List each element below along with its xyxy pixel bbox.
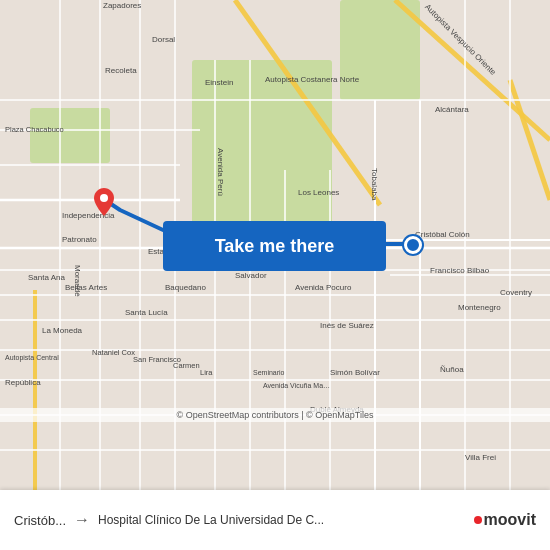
map-attribution: © OpenStreetMap contributors | © OpenMap… [0, 408, 550, 422]
svg-text:Avenida Pocuro: Avenida Pocuro [295, 283, 352, 292]
svg-text:Seminario: Seminario [253, 369, 285, 376]
svg-text:Salvador: Salvador [235, 271, 267, 280]
route-to: Hospital Clínico De La Universidad De C.… [98, 513, 466, 527]
svg-rect-1 [30, 108, 110, 163]
svg-text:Lira: Lira [200, 368, 213, 377]
map-container: Zapadores Dorsal Recoleta Einstein Aveni… [0, 0, 550, 490]
bottom-bar: Cristób... → Hospital Clínico De La Univ… [0, 490, 550, 550]
svg-text:Autopista Costanera Norte: Autopista Costanera Norte [265, 75, 360, 84]
svg-point-74 [100, 194, 108, 202]
svg-text:Patronato: Patronato [62, 235, 97, 244]
svg-text:Nataniel Cox: Nataniel Cox [92, 348, 135, 357]
moovit-logo: moovit [474, 511, 536, 529]
svg-text:Villa Frei: Villa Frei [465, 453, 496, 462]
svg-text:Santa Ana: Santa Ana [28, 273, 65, 282]
svg-text:Cristóbal Colón: Cristóbal Colón [415, 230, 470, 239]
svg-text:Morandé: Morandé [73, 265, 82, 297]
moovit-logo-text: moovit [484, 511, 536, 529]
origin-marker [94, 188, 114, 214]
svg-text:Santa Lucía: Santa Lucía [125, 308, 168, 317]
svg-text:Dorsal: Dorsal [152, 35, 175, 44]
svg-text:Inés de Suárez: Inés de Suárez [320, 321, 374, 330]
destination-marker [404, 236, 422, 254]
svg-text:Einstein: Einstein [205, 78, 233, 87]
svg-text:Los Leones: Los Leones [298, 188, 339, 197]
svg-text:Ñuñoa: Ñuñoa [440, 365, 464, 374]
svg-text:Montenegro: Montenegro [458, 303, 501, 312]
take-me-there-button[interactable]: Take me there [163, 221, 386, 271]
svg-text:República: República [5, 378, 41, 387]
svg-text:Coventry: Coventry [500, 288, 532, 297]
svg-text:Plaza Chacabuco: Plaza Chacabuco [5, 125, 64, 134]
svg-text:Avenida Perú: Avenida Perú [216, 148, 225, 196]
svg-text:Autopista Central: Autopista Central [5, 354, 59, 362]
svg-text:La Moneda: La Moneda [42, 326, 83, 335]
svg-text:Tobalaba: Tobalaba [370, 168, 379, 201]
svg-text:Alcántara: Alcántara [435, 105, 469, 114]
svg-text:Francisco Bilbao: Francisco Bilbao [430, 266, 490, 275]
svg-text:Zapadores: Zapadores [103, 1, 141, 10]
svg-text:Baquedano: Baquedano [165, 283, 206, 292]
svg-text:Avenida Vicuña Ma…: Avenida Vicuña Ma… [263, 382, 330, 389]
svg-text:Bellas Artes: Bellas Artes [65, 283, 107, 292]
svg-text:Carmen: Carmen [173, 361, 200, 370]
moovit-dot-icon [474, 516, 482, 524]
route-arrow: → [74, 511, 90, 529]
svg-text:Recoleta: Recoleta [105, 66, 137, 75]
svg-text:Simón Bolívar: Simón Bolívar [330, 368, 380, 377]
route-from: Cristób... [14, 513, 66, 528]
